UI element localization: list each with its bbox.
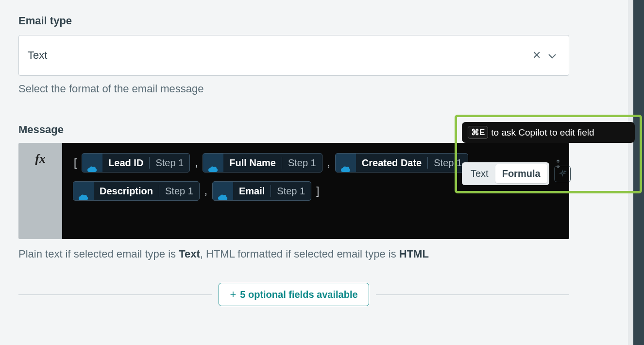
optional-fields-label: 5 optional fields available bbox=[240, 289, 357, 300]
comma: , bbox=[326, 151, 331, 175]
pill-step: Step 1 bbox=[159, 181, 199, 201]
salesforce-icon bbox=[213, 182, 233, 200]
optional-fields-button[interactable]: + 5 optional fields available bbox=[219, 283, 369, 306]
divider bbox=[376, 294, 569, 295]
fx-icon: fx bbox=[35, 152, 46, 166]
ai-sparkle-button[interactable] bbox=[554, 166, 571, 182]
email-type-help: Select the format of the email message bbox=[18, 83, 569, 95]
main-content: Email type Text ✕ Select the format of t… bbox=[0, 0, 588, 306]
pill-step: Step 1 bbox=[282, 153, 322, 172]
pill-name: Lead ID bbox=[102, 153, 149, 172]
resize-handle-icon[interactable] bbox=[560, 230, 568, 238]
close-bracket: ] bbox=[315, 179, 320, 203]
pill-created-date[interactable]: Created Date Step 1 bbox=[335, 153, 468, 172]
email-type-value: Text bbox=[28, 49, 529, 62]
message-label: Message bbox=[18, 123, 64, 136]
shortcut-key: ⌘E bbox=[468, 126, 488, 139]
pill-email[interactable]: Email Step 1 bbox=[212, 181, 311, 201]
comma: , bbox=[203, 179, 208, 203]
open-bracket: [ bbox=[73, 151, 78, 175]
editor-gutter: fx bbox=[18, 143, 62, 239]
highlight-box: ⌘E to ask Copilot to edit field Text For… bbox=[455, 115, 642, 193]
message-section: Message ⌘E to ask Copilot to edit field … bbox=[18, 123, 569, 260]
pill-description[interactable]: Description Step 1 bbox=[73, 181, 200, 201]
comma: , bbox=[194, 151, 199, 175]
salesforce-icon bbox=[336, 154, 356, 172]
pill-name: Created Date bbox=[356, 153, 427, 172]
pill-name: Description bbox=[94, 181, 159, 201]
tooltip-text: to ask Copilot to edit field bbox=[491, 127, 594, 138]
pill-step: Step 1 bbox=[271, 181, 311, 201]
pill-lead-id[interactable]: Lead ID Step 1 bbox=[82, 153, 190, 172]
salesforce-icon bbox=[203, 154, 223, 172]
pill-name: Email bbox=[233, 181, 271, 201]
mode-toggle: Text Formula bbox=[462, 162, 549, 185]
pill-name: Full Name bbox=[223, 153, 282, 172]
optional-fields-row: + 5 optional fields available bbox=[18, 283, 569, 306]
mode-text[interactable]: Text bbox=[464, 164, 495, 183]
salesforce-icon bbox=[73, 182, 94, 200]
pill-full-name[interactable]: Full Name Step 1 bbox=[203, 153, 322, 172]
mode-formula[interactable]: Formula bbox=[495, 164, 547, 183]
divider bbox=[18, 294, 212, 295]
clear-icon[interactable]: ✕ bbox=[529, 49, 544, 62]
chevron-down-icon[interactable] bbox=[544, 49, 560, 62]
pill-step: Step 1 bbox=[150, 153, 189, 172]
copilot-tooltip: ⌘E to ask Copilot to edit field bbox=[462, 122, 635, 143]
email-type-select[interactable]: Text ✕ bbox=[18, 35, 569, 76]
message-help: Plain text if selected email type is Tex… bbox=[18, 248, 569, 260]
salesforce-icon bbox=[82, 154, 102, 172]
email-type-label: Email type bbox=[18, 15, 569, 27]
plus-icon: + bbox=[230, 288, 236, 301]
